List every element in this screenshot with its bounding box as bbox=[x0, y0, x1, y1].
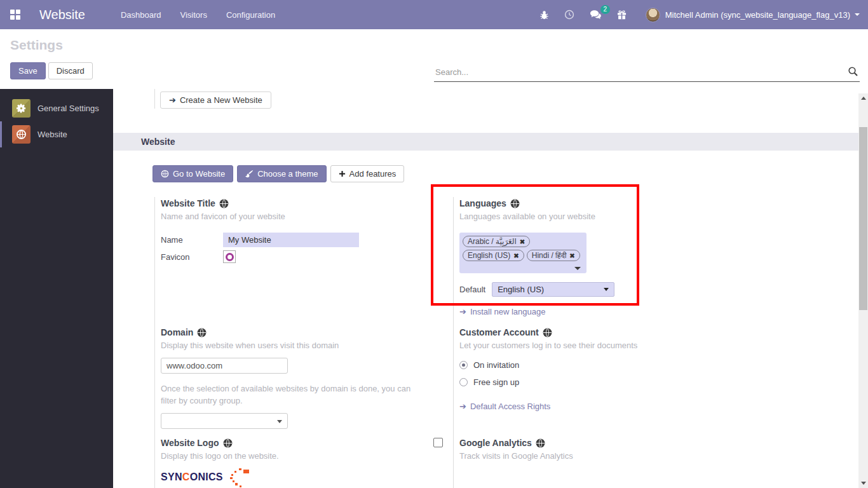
setting-heading: Google Analytics bbox=[459, 438, 532, 448]
setting-heading: Website Logo bbox=[161, 438, 219, 448]
globe-icon bbox=[543, 328, 552, 337]
settings-sidebar: General Settings Website bbox=[0, 89, 113, 488]
top-navbar: Website Dashboard Visitors Configuration… bbox=[0, 0, 868, 29]
scrollbar-thumb[interactable] bbox=[859, 127, 867, 310]
arrow-right-icon: ➔ bbox=[459, 402, 466, 410]
website-logo-image[interactable]: SYNCONICS bbox=[161, 471, 421, 488]
language-tag: Hindi / हिंदी✖ bbox=[527, 250, 580, 261]
user-menu[interactable]: Mitchell Admin (sync_website_language_fl… bbox=[642, 8, 860, 22]
menu-dashboard[interactable]: Dashboard bbox=[121, 10, 161, 20]
save-button[interactable]: Save bbox=[10, 62, 46, 79]
brush-icon bbox=[245, 170, 254, 178]
search-icon[interactable] bbox=[848, 66, 858, 79]
domain-input[interactable] bbox=[161, 358, 288, 374]
radio-icon bbox=[459, 378, 468, 386]
chevron-down-icon bbox=[855, 13, 860, 16]
install-language-link[interactable]: ➔ Install new language bbox=[459, 307, 719, 316]
plus-icon bbox=[339, 170, 346, 177]
setting-heading: Languages bbox=[459, 198, 506, 208]
sidebar-item-general-settings[interactable]: General Settings bbox=[0, 95, 113, 121]
remove-tag-icon[interactable]: ✖ bbox=[569, 252, 574, 259]
globe-icon bbox=[510, 199, 520, 208]
setting-subtitle: Track visits in Google Analytics bbox=[459, 451, 719, 462]
main-menu: Dashboard Visitors Configuration bbox=[121, 10, 275, 20]
add-features-button[interactable]: Add features bbox=[330, 165, 405, 182]
control-panel: Settings Save Discard bbox=[0, 29, 868, 89]
domain-note: Once the selection of available websites… bbox=[161, 383, 423, 407]
discard-button[interactable]: Discard bbox=[48, 62, 93, 79]
language-tag: Arabic / العَرَبِيَّة✖ bbox=[463, 236, 530, 247]
setting-subtitle: Languages available on your website bbox=[459, 211, 719, 222]
setting-subtitle: Let your customers log in to see their d… bbox=[459, 340, 719, 351]
radio-icon bbox=[459, 361, 468, 369]
globe-icon bbox=[223, 438, 233, 448]
messages-chat-icon[interactable]: 2 bbox=[590, 10, 602, 20]
go-to-website-button[interactable]: Go to Website bbox=[153, 165, 233, 182]
languages-box: Languages Languages available on your we… bbox=[432, 197, 731, 326]
settings-content: ➔ Create a New Website Website Go to Web… bbox=[113, 89, 868, 488]
globe-icon bbox=[12, 125, 31, 144]
customer-account-box: Customer Account Let your customers log … bbox=[432, 326, 731, 437]
arrow-right-icon: ➔ bbox=[459, 308, 466, 316]
activity-clock-icon[interactable] bbox=[564, 10, 574, 20]
languages-multiselect[interactable]: Arabic / العَرَبِيَّة✖ English (US)✖ Hin… bbox=[459, 233, 587, 273]
setting-subtitle: Name and favicon of your website bbox=[161, 211, 421, 222]
dropdown-caret-icon bbox=[277, 420, 282, 423]
apps-menu-icon[interactable] bbox=[10, 10, 20, 20]
favicon-label: Favicon bbox=[161, 252, 223, 262]
google-analytics-checkbox[interactable] bbox=[433, 438, 443, 447]
remove-tag-icon[interactable]: ✖ bbox=[513, 252, 519, 259]
divider bbox=[154, 89, 155, 109]
create-new-website-button[interactable]: ➔ Create a New Website bbox=[160, 92, 271, 109]
sidebar-item-label: General Settings bbox=[37, 104, 99, 113]
vertical-scrollbar[interactable] bbox=[858, 93, 868, 488]
setting-heading: Customer Account bbox=[459, 327, 539, 337]
default-language-select[interactable]: English (US) bbox=[492, 282, 614, 297]
logo-pixel-swirl-icon bbox=[224, 468, 252, 488]
user-name: Mitchell Admin (sync_website_language_fl… bbox=[665, 10, 850, 20]
message-count-badge: 2 bbox=[600, 5, 610, 14]
globe-icon bbox=[536, 438, 545, 448]
page-title: Settings bbox=[10, 37, 858, 53]
choose-theme-button[interactable]: Choose a theme bbox=[237, 165, 326, 182]
section-header-website: Website bbox=[113, 133, 858, 151]
favicon-image[interactable] bbox=[223, 250, 236, 263]
scroll-up-icon[interactable] bbox=[858, 93, 868, 103]
radio-free-sign-up[interactable]: Free sign up bbox=[459, 377, 719, 387]
setting-subtitle: Display this website when users visit th… bbox=[161, 340, 423, 351]
default-access-rights-link[interactable]: ➔ Default Access Rights bbox=[459, 402, 719, 411]
setting-subtitle: Display this logo on the website. bbox=[161, 451, 421, 462]
app-brand[interactable]: Website bbox=[39, 8, 85, 22]
website-logo-box: Website Logo Display this logo on the we… bbox=[133, 437, 432, 488]
globe-icon bbox=[197, 328, 207, 337]
country-group-select[interactable] bbox=[161, 413, 288, 429]
dropdown-caret-icon[interactable] bbox=[574, 267, 581, 270]
radio-on-invitation[interactable]: On invitation bbox=[459, 360, 719, 370]
favicon-ring-icon bbox=[226, 253, 234, 261]
sidebar-item-website[interactable]: Website bbox=[0, 121, 113, 147]
domain-box: Domain Display this website when users v… bbox=[133, 326, 432, 437]
gear-icon bbox=[12, 99, 31, 118]
default-label: Default bbox=[459, 285, 485, 294]
language-tag: English (US)✖ bbox=[463, 250, 524, 261]
remove-tag-icon[interactable]: ✖ bbox=[520, 238, 525, 245]
google-analytics-box: Google Analytics Track visits in Google … bbox=[432, 437, 731, 488]
sidebar-item-label: Website bbox=[37, 130, 67, 139]
scroll-down-icon[interactable] bbox=[858, 478, 868, 488]
create-new-website-label: Create a New Website bbox=[180, 95, 262, 105]
arrow-right-icon: ➔ bbox=[169, 96, 176, 104]
setting-heading: Domain bbox=[161, 327, 193, 337]
debug-bug-icon[interactable] bbox=[539, 10, 549, 20]
website-name-input[interactable] bbox=[223, 233, 359, 247]
gift-icon[interactable] bbox=[617, 10, 627, 20]
globe-icon bbox=[161, 170, 169, 178]
globe-icon bbox=[219, 199, 229, 208]
name-label: Name bbox=[161, 235, 223, 245]
website-title-box: Website Title Name and favicon of your w… bbox=[133, 197, 432, 326]
dropdown-caret-icon bbox=[604, 288, 609, 291]
menu-visitors[interactable]: Visitors bbox=[180, 10, 207, 20]
menu-configuration[interactable]: Configuration bbox=[226, 10, 275, 20]
search-input[interactable] bbox=[434, 65, 860, 82]
user-avatar bbox=[646, 8, 660, 22]
setting-heading: Website Title bbox=[161, 198, 215, 208]
